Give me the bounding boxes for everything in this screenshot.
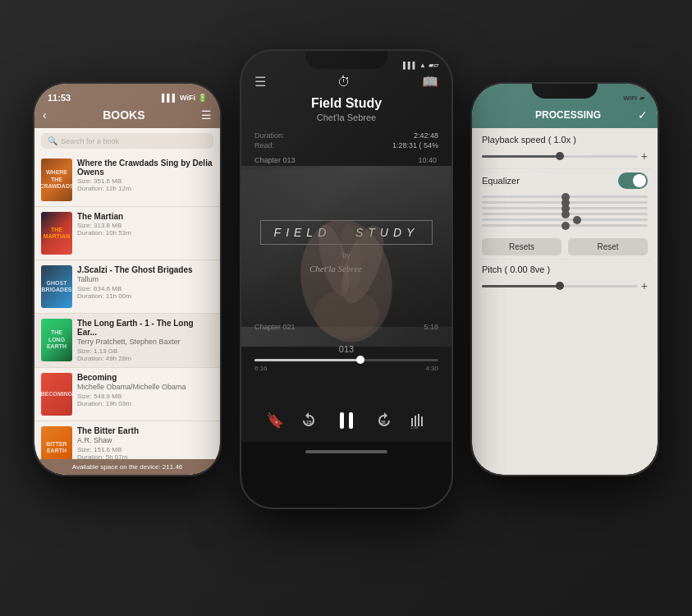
svg-rect-7 xyxy=(340,412,344,429)
player-header: ☰ ⏱ 📖 xyxy=(241,74,451,90)
right-phone: WiFi ▰ PROCESSING ✓ Playback speed ( 1.0… xyxy=(470,82,659,476)
read-value: 1:28:31 ( 54% xyxy=(392,141,438,149)
eq-slider-3[interactable] xyxy=(482,207,648,209)
reset-button[interactable]: Reset xyxy=(568,238,648,255)
battery-icon: ▰ xyxy=(639,94,644,102)
speed-slider-fill xyxy=(482,155,560,158)
battery-icon: 🔋 xyxy=(198,94,207,102)
eq-slider-row xyxy=(482,195,648,198)
status-icons-center: ▌▌▌ ▲ ▰▱ xyxy=(403,62,438,69)
resets-button[interactable]: Resets xyxy=(482,238,561,255)
list-item[interactable]: WHERE THE CRAWDADS Where the Crawdads Si… xyxy=(34,154,220,207)
book-info: The Martian Size: 313.8 MB Duration: 10h… xyxy=(77,212,213,237)
chapter-top-label: Chapter 013 10:40 xyxy=(254,156,437,164)
hamburger-icon[interactable]: ☰ xyxy=(254,74,266,90)
pitch-slider-row: + xyxy=(482,279,648,292)
equalizer-button[interactable]: 1.0x xyxy=(409,411,427,430)
status-icons-right: WiFi ▰ xyxy=(623,94,644,102)
book-size: Size: 351.6 MB xyxy=(77,177,213,185)
eq-slider-5[interactable] xyxy=(482,218,648,221)
player-screen: 15:16 ▌▌▌ ▲ ▰▱ ☰ ⏱ 📖 Field xyxy=(241,51,451,508)
eq-slider-2[interactable] xyxy=(482,201,648,204)
player-meta: Duration: 2:42:48 Read: 1:28:31 ( 54% xyxy=(254,131,438,151)
books-screen: 11:53 ▌▌▌ WiFi 🔋 ‹ BOOKS ☰ 🔍 Searc xyxy=(34,84,220,475)
progress-times: 6:16 4:30 xyxy=(254,365,438,372)
cover-art: WHERE THE CRAWDADS xyxy=(41,159,72,201)
speed-slider-thumb xyxy=(556,152,564,160)
clock-icon[interactable]: ⏱ xyxy=(337,75,351,90)
svg-rect-8 xyxy=(349,412,353,429)
right-phone-screen: WiFi ▰ PROCESSING ✓ Playback speed ( 1.0… xyxy=(472,84,658,475)
progress-thumb xyxy=(356,356,364,364)
resets-row: Resets Reset xyxy=(472,235,658,259)
eq-thumb-5 xyxy=(573,216,581,224)
books-title: BOOKS xyxy=(53,108,195,122)
menu-icon[interactable]: ☰ xyxy=(201,108,212,122)
processing-screen: WiFi ▰ PROCESSING ✓ Playback speed ( 1.0… xyxy=(472,84,658,475)
book-title: The Long Earth - 1 - The Long Ear... xyxy=(77,319,213,337)
book-title: The Martian xyxy=(77,212,213,221)
battery-icon: ▰▱ xyxy=(428,62,438,69)
playback-speed-section: Playback speed ( 1.0x ) + xyxy=(472,128,658,168)
svg-point-5 xyxy=(314,289,379,338)
bookmark-control-icon[interactable]: 🔖 xyxy=(266,411,284,430)
wifi-icon: WiFi xyxy=(180,94,195,102)
player-book-author: Chet'la Sebree xyxy=(241,113,451,122)
bookmark-icon[interactable]: 📖 xyxy=(422,74,438,90)
book-info: The Long Earth - 1 - The Long Ear... Ter… xyxy=(77,319,213,362)
time-elapsed: 6:16 xyxy=(254,365,268,372)
eq-slider-row xyxy=(482,218,648,221)
pitch-slider-fill xyxy=(482,285,560,287)
cover-art: GHOST BRIGADES xyxy=(41,265,72,308)
read-label: Read: xyxy=(254,141,274,149)
player-bottom-bar xyxy=(241,442,451,508)
book-cover: GHOST BRIGADES xyxy=(41,265,72,308)
speed-plus-button[interactable]: + xyxy=(641,149,648,163)
pitch-plus-button[interactable]: + xyxy=(641,279,648,292)
eq-slider-row xyxy=(482,201,648,204)
book-info: J.Scalzi - The Ghost Brigades Tallum Siz… xyxy=(77,265,213,300)
book-author: Tallum xyxy=(77,275,213,283)
progress-bar-container[interactable] xyxy=(254,359,438,361)
book-duration: Duration: 49h 28m xyxy=(77,355,213,362)
list-item[interactable]: GHOST BRIGADES J.Scalzi - The Ghost Brig… xyxy=(34,260,220,314)
wifi-icon: ▲ xyxy=(419,62,426,69)
book-author: Michelle Obama/Michelle Obama xyxy=(77,383,213,391)
left-phone: 11:53 ▌▌▌ WiFi 🔋 ‹ BOOKS ☰ 🔍 Searc xyxy=(33,82,222,476)
center-phone-screen: 15:16 ▌▌▌ ▲ ▰▱ ☰ ⏱ 📖 Field xyxy=(241,51,451,508)
eq-slider-row xyxy=(482,213,648,215)
book-title: Becoming xyxy=(77,373,213,382)
eq-slider-6[interactable] xyxy=(482,224,648,227)
chapter-bottom-time: 5:18 xyxy=(424,323,438,331)
speed-slider-track[interactable] xyxy=(482,155,638,158)
book-cover: THE MARTIAN xyxy=(41,212,72,255)
list-item[interactable]: BECOMING Becoming Michelle Obama/Michell… xyxy=(34,368,220,421)
book-info: The Bitter Earth A.R. Shaw Size: 151.6 M… xyxy=(77,426,213,461)
forward-30-button[interactable]: 30 xyxy=(375,411,393,430)
bottom-bar: Available space on the device: 211.46 xyxy=(34,459,220,475)
speed-slider-row: + xyxy=(482,149,648,163)
book-size: Size: 634.6 MB xyxy=(77,285,213,292)
svg-text:15: 15 xyxy=(306,420,312,425)
search-bar[interactable]: 🔍 Search for a book xyxy=(41,133,213,149)
eq-label: Equalizer xyxy=(482,176,520,186)
eq-slider-4[interactable] xyxy=(482,213,648,215)
time-remaining: 4:30 xyxy=(425,365,438,372)
book-list: WHERE THE CRAWDADS Where the Crawdads Si… xyxy=(34,154,220,475)
rewind-15-button[interactable]: 15 xyxy=(300,411,318,430)
check-button[interactable]: ✓ xyxy=(638,108,648,122)
book-duration: Duration: 10h 53m xyxy=(77,229,213,237)
book-title: J.Scalzi - The Ghost Brigades xyxy=(77,265,213,274)
eq-toggle[interactable] xyxy=(618,172,648,189)
list-item[interactable]: THE LONG EARTH The Long Earth - 1 - The … xyxy=(34,314,220,368)
available-space: Available space on the device: 211.46 xyxy=(72,463,183,471)
pause-button[interactable] xyxy=(333,407,360,434)
pitch-slider-track[interactable] xyxy=(482,285,638,287)
book-author: A.R. Shaw xyxy=(77,436,213,444)
list-item[interactable]: THE MARTIAN The Martian Size: 313.8 MB D… xyxy=(34,207,220,260)
book-cover: THE LONG EARTH xyxy=(41,319,72,361)
eq-slider-1[interactable] xyxy=(482,195,648,198)
player-title-area: Field Study Chet'la Sebree xyxy=(241,96,451,122)
back-button[interactable]: ‹ xyxy=(43,108,47,122)
search-placeholder: Search for a book xyxy=(61,137,119,145)
